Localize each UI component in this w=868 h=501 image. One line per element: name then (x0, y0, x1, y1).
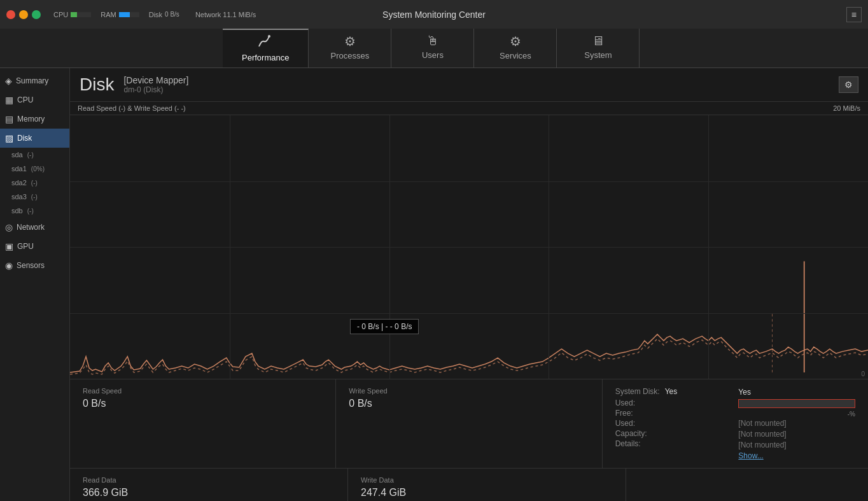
sidebar-item-disk[interactable]: ▨ Disk (0, 129, 69, 148)
tab-users[interactable]: 🖱 Users (391, 29, 474, 67)
free-label: Free: (615, 409, 633, 418)
graph-header: Read Speed (-) & Write Speed (- -) 20 Mi… (70, 102, 868, 115)
grid-v-1 (230, 115, 230, 379)
device-id: dm-0 (Disk) (123, 85, 188, 94)
read-data-label: Read Data (83, 476, 335, 484)
read-speed-box: Read Speed 0 B/s (70, 379, 336, 468)
sidebar-item-disk-label: Disk (17, 134, 32, 143)
read-data-value: 366.9 GiB (83, 487, 335, 498)
svg-point-0 (268, 35, 270, 38)
sda-label: sda (11, 151, 23, 159)
sidebar-item-network[interactable]: ◎ Network (0, 218, 69, 237)
tab-processes-label: Processes (331, 51, 370, 60)
sidebar-sub-sda2[interactable]: sda2 (-) (0, 176, 69, 190)
ram-bar (119, 12, 139, 17)
sda2-badge: (-) (31, 180, 38, 187)
sidebar-item-summary[interactable]: ◈ Summary (0, 71, 69, 90)
show-link[interactable]: Show... (738, 451, 855, 460)
ram-label: RAM (101, 11, 116, 18)
tab-performance[interactable]: Performance (223, 29, 309, 67)
network-label: Network (195, 11, 221, 18)
close-button[interactable] (6, 10, 15, 19)
write-speed-value: 0 B/s (349, 398, 589, 409)
grid-v-2 (389, 115, 390, 379)
tab-processes[interactable]: ⚙ Processes (309, 29, 391, 67)
used-label: Used: (615, 399, 635, 407)
graph-title-right: 20 MiB/s (833, 104, 860, 112)
not-mounted-3: [Not mounted] (738, 441, 855, 449)
titlebar: CPU RAM Disk 0 B/s Network 11.1 MiB/s (0, 0, 868, 29)
progress-suffix: -% (848, 411, 855, 418)
summary-icon: ◈ (5, 76, 12, 86)
gpu-icon: ▣ (5, 241, 13, 251)
grid-h-3 (70, 313, 868, 314)
tab-services-label: Services (500, 51, 531, 60)
cpu-bar-fill (71, 12, 77, 17)
sidebar-item-summary-label: Summary (16, 76, 48, 85)
main-content: ◈ Summary ▦ CPU ▤ Memory ▨ Disk sda (-) … (0, 68, 868, 501)
write-data-value: 247.4 GiB (361, 487, 613, 498)
sidebar-item-sensors-label: Sensors (17, 261, 45, 270)
details-label: Details: (615, 439, 641, 448)
memory-icon: ▤ (5, 114, 13, 124)
tab-system[interactable]: 🖥 System (557, 29, 640, 67)
disk-title: Disk (80, 74, 114, 95)
yes-label: Yes (738, 388, 751, 397)
sda3-label: sda3 (11, 193, 27, 201)
sidebar: ◈ Summary ▦ CPU ▤ Memory ▨ Disk sda (-) … (0, 68, 70, 501)
sidebar-sub-sdb[interactable]: sdb (-) (0, 204, 69, 218)
window-controls (6, 10, 41, 19)
not-mounted-2: [Not mounted] (738, 430, 855, 439)
sidebar-item-memory-label: Memory (17, 115, 45, 123)
system-info-right: Yes -% [Not mounted] [Not mounted] [Not … (738, 387, 855, 460)
services-icon: ⚙ (510, 34, 521, 49)
not-mounted-1: [Not mounted] (738, 419, 855, 428)
sidebar-item-gpu[interactable]: ▣ GPU (0, 237, 69, 256)
sda-badge: (-) (27, 152, 34, 159)
device-mapper: [Device Mapper] (123, 75, 188, 85)
spacer-right (626, 469, 868, 501)
write-data-box: Write Data 247.4 GiB (348, 469, 626, 501)
network-sidebar-icon: ◎ (5, 222, 13, 232)
sidebar-sub-sda[interactable]: sda (-) (0, 148, 69, 162)
sda3-badge: (-) (31, 194, 38, 201)
sda2-label: sda2 (11, 179, 27, 187)
app-title: System Monitoring Center (382, 10, 486, 20)
sidebar-item-network-label: Network (17, 223, 45, 232)
graph-title-left: Read Speed (-) & Write Speed (- -) (78, 104, 186, 112)
tab-services[interactable]: ⚙ Services (474, 29, 557, 67)
sidebar-sub-sda1[interactable]: sda1 (0%) (0, 162, 69, 176)
sidebar-item-sensors[interactable]: ◉ Sensors (0, 256, 69, 275)
capacity-label: Capacity: (615, 429, 647, 438)
read-speed-value: 0 B/s (83, 398, 323, 409)
disk-content: Disk [Device Mapper] dm-0 (Disk) ⚙ Read … (70, 68, 868, 501)
grid-h-1 (70, 181, 868, 182)
stats-bottom: Read Speed 0 B/s Write Speed 0 B/s Syste… (70, 379, 868, 468)
sidebar-item-memory[interactable]: ▤ Memory (0, 109, 69, 129)
disk-mini-bar: Disk 0 B/s (149, 11, 179, 18)
disk-header: Disk [Device Mapper] dm-0 (Disk) ⚙ (70, 68, 868, 102)
sidebar-item-cpu[interactable]: ▦ CPU (0, 90, 69, 109)
network-value: 11.1 MiB/s (223, 11, 256, 18)
read-data-box: Read Data 366.9 GiB (70, 469, 348, 501)
disk-value: 0 B/s (165, 11, 179, 18)
sensors-icon: ◉ (5, 260, 13, 271)
used-2-label: Used: (615, 419, 635, 428)
ram-bar-fill (119, 12, 130, 17)
performance-icon (258, 35, 273, 51)
settings-button[interactable]: ⚙ (839, 76, 858, 93)
menu-button[interactable]: ≡ (846, 7, 862, 22)
usage-progress-bar (738, 399, 855, 408)
sidebar-sub-sda3[interactable]: sda3 (-) (0, 190, 69, 204)
system-disk-value: Yes (665, 387, 678, 396)
cpu-sidebar-icon: ▦ (5, 95, 13, 105)
stats-left: Read Speed 0 B/s Write Speed 0 B/s Syste… (70, 379, 868, 468)
tab-users-label: Users (422, 50, 444, 60)
stats-data-row: Read Data 366.9 GiB Write Data 247.4 GiB (70, 468, 868, 501)
sda1-badge: (0%) (31, 166, 45, 173)
minimize-button[interactable] (19, 10, 28, 19)
maximize-button[interactable] (32, 10, 41, 19)
write-speed-label: Write Speed (349, 387, 589, 395)
network-info: Network 11.1 MiB/s (195, 11, 256, 18)
system-icon: 🖥 (592, 34, 605, 48)
